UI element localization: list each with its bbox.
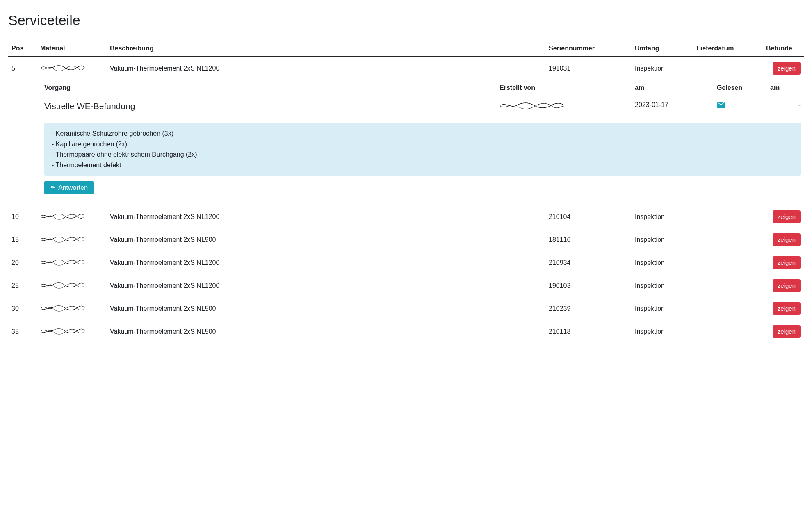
cell-beschreibung: Vakuum-Thermoelement 2xS NL500: [107, 320, 545, 343]
table-row: 5 Vakuum-Thermoelement 2xS NL1200 191031…: [8, 57, 804, 80]
cell-lieferdatum: [693, 205, 763, 228]
col-umfang: Umfang: [632, 41, 693, 57]
col-material: Material: [37, 41, 107, 57]
redacted-material-icon: [40, 64, 85, 71]
am-value: 2023-01-17: [632, 96, 714, 116]
cell-material: [37, 205, 107, 228]
cell-pos: 20: [8, 251, 37, 274]
redacted-material-icon: [40, 327, 85, 335]
erstellt-von-value: [496, 96, 632, 116]
cell-beschreibung: Vakuum-Thermoelement 2xS NL1200: [107, 251, 545, 274]
cell-befunde: zeigen: [763, 274, 804, 297]
cell-umfang: Inspektion: [632, 251, 693, 274]
show-button[interactable]: zeigen: [773, 256, 801, 269]
note-line: - Thermopaare ohne elektrischem Durchgan…: [52, 149, 793, 160]
col-lieferdatum: Lieferdatum: [693, 41, 763, 57]
cell-pos: 5: [8, 57, 37, 80]
cell-pos: 30: [8, 297, 37, 320]
notes-box: - Keramische Schutzrohre gebrochen (3x) …: [44, 123, 801, 176]
show-button[interactable]: zeigen: [773, 325, 801, 338]
vorgang-title: Visuelle WE-Befundung: [44, 101, 135, 111]
cell-umfang: Inspektion: [632, 320, 693, 343]
cell-beschreibung: Vakuum-Thermoelement 2xS NL1200: [107, 57, 545, 80]
cell-pos: 15: [8, 228, 37, 251]
cell-material: [37, 228, 107, 251]
cell-material: [37, 320, 107, 343]
redacted-material-icon: [40, 212, 85, 220]
note-line: - Kapillare gebrochen (2x): [52, 139, 793, 150]
cell-beschreibung: Vakuum-Thermoelement 2xS NL1200: [107, 205, 545, 228]
note-line: - Thermoelement defekt: [52, 160, 793, 171]
expanded-detail: Vorgang Erstellt von am Gelesen am Visue…: [8, 80, 804, 205]
table-row: 30 Vakuum-Thermoelement 2xS NL500 210239…: [8, 297, 804, 320]
cell-lieferdatum: [693, 251, 763, 274]
table-row: 20 Vakuum-Thermoelement 2xS NL1200 21093…: [8, 251, 804, 274]
col-pos: Pos: [8, 41, 37, 57]
col-erstellt-von: Erstellt von: [496, 80, 632, 96]
cell-beschreibung: Vakuum-Thermoelement 2xS NL500: [107, 297, 545, 320]
cell-lieferdatum: [693, 274, 763, 297]
show-button[interactable]: zeigen: [773, 302, 801, 315]
cell-material: [37, 57, 107, 80]
redacted-material-icon: [40, 235, 85, 243]
cell-umfang: Inspektion: [632, 274, 693, 297]
detail-row: Visuelle WE-Befundung 2023-01-17 -: [41, 96, 804, 116]
col-vorgang: Vorgang: [41, 80, 496, 96]
show-button[interactable]: zeigen: [773, 233, 801, 246]
table-row: 15 Vakuum-Thermoelement 2xS NL900 181116…: [8, 228, 804, 251]
cell-pos: 10: [8, 205, 37, 228]
cell-befunde: zeigen: [763, 205, 804, 228]
cell-seriennummer: 210934: [545, 251, 632, 274]
redacted-material-icon: [40, 304, 85, 312]
col-am2: am: [767, 80, 804, 96]
note-line: - Keramische Schutzrohre gebrochen (3x): [52, 128, 793, 139]
cell-seriennummer: 210118: [545, 320, 632, 343]
cell-pos: 25: [8, 274, 37, 297]
cell-seriennummer: 210239: [545, 297, 632, 320]
cell-material: [37, 251, 107, 274]
table-row: 35 Vakuum-Thermoelement 2xS NL500 210118…: [8, 320, 804, 343]
redacted-material-icon: [40, 281, 85, 289]
cell-seriennummer: 190103: [545, 274, 632, 297]
cell-befunde: zeigen: [763, 251, 804, 274]
cell-lieferdatum: [693, 297, 763, 320]
show-button[interactable]: zeigen: [773, 62, 801, 75]
cell-umfang: Inspektion: [632, 228, 693, 251]
cell-beschreibung: Vakuum-Thermoelement 2xS NL1200: [107, 274, 545, 297]
cell-umfang: Inspektion: [632, 57, 693, 80]
redacted-material-icon: [40, 258, 85, 266]
col-gelesen: Gelesen: [714, 80, 767, 96]
col-am: am: [632, 80, 714, 96]
cell-material: [37, 297, 107, 320]
cell-befunde: zeigen: [763, 320, 804, 343]
cell-seriennummer: 181116: [545, 228, 632, 251]
cell-material: [37, 274, 107, 297]
col-befunde: Befunde: [763, 41, 804, 57]
cell-befunde: zeigen: [763, 297, 804, 320]
reply-icon: [50, 184, 56, 191]
cell-lieferdatum: [693, 320, 763, 343]
cell-seriennummer: 210104: [545, 205, 632, 228]
cell-lieferdatum: [693, 228, 763, 251]
col-beschreibung: Beschreibung: [107, 41, 545, 57]
am2-value: -: [767, 96, 804, 116]
cell-umfang: Inspektion: [632, 297, 693, 320]
reply-button[interactable]: Antworten: [44, 181, 94, 194]
cell-befunde: zeigen: [763, 228, 804, 251]
cell-umfang: Inspektion: [632, 205, 693, 228]
detail-table: Vorgang Erstellt von am Gelesen am Visue…: [41, 80, 804, 199]
cell-beschreibung: Vakuum-Thermoelement 2xS NL900: [107, 228, 545, 251]
cell-pos: 35: [8, 320, 37, 343]
service-parts-table: Pos Material Beschreibung Seriennummer U…: [8, 41, 804, 343]
reply-label: Antworten: [58, 184, 88, 191]
envelope-icon[interactable]: [717, 101, 725, 109]
show-button[interactable]: zeigen: [773, 210, 801, 223]
table-row: 25 Vakuum-Thermoelement 2xS NL1200 19010…: [8, 274, 804, 297]
cell-befunde: zeigen: [763, 57, 804, 80]
show-button[interactable]: zeigen: [773, 279, 801, 292]
cell-lieferdatum: [693, 57, 763, 80]
gelesen-value: [714, 96, 767, 116]
table-row: 10 Vakuum-Thermoelement 2xS NL1200 21010…: [8, 205, 804, 228]
cell-seriennummer: 191031: [545, 57, 632, 80]
col-seriennummer: Seriennummer: [545, 41, 632, 57]
